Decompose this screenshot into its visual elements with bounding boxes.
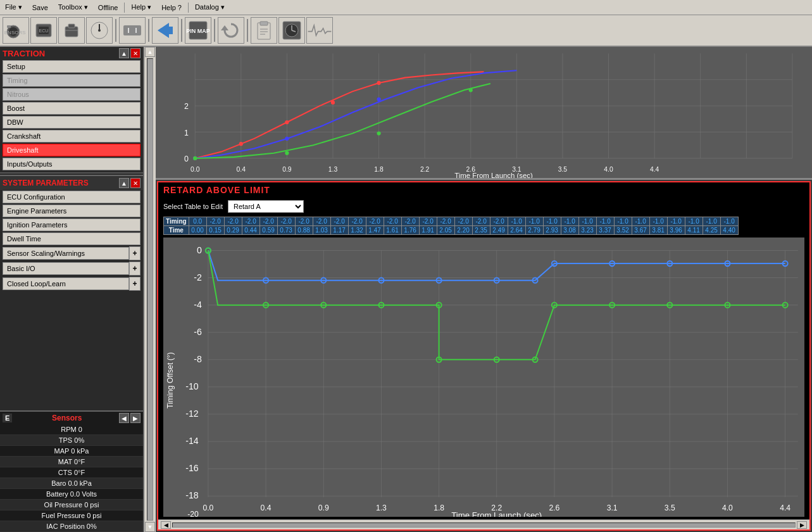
menu-file[interactable]: File ▾ [0,2,27,13]
sidebar-crankshaft-btn[interactable]: Crankshaft [3,130,141,142]
menu-help2[interactable]: Help ? [156,3,187,13]
toolbar-pinmap-btn[interactable]: PIN MAP [185,17,211,44]
menu-save[interactable]: Save [27,3,53,13]
time0[interactable]: 0.00 [189,226,206,235]
sidebar-nitrous-btn[interactable]: Nitrous [3,88,141,101]
vscroll-track[interactable] [147,58,153,521]
t17[interactable]: -2.0 [490,217,508,226]
t14[interactable]: -2.0 [437,217,454,226]
t0[interactable]: 0.0 [189,217,206,226]
basic-io-expand-btn[interactable]: + [129,262,141,276]
t13[interactable]: -2.0 [419,217,437,226]
time25[interactable]: 3.67 [632,226,649,235]
time6[interactable]: 0.88 [295,226,313,235]
t18[interactable]: -1.0 [508,217,525,226]
t21[interactable]: -1.0 [561,217,578,226]
time5[interactable]: 0.73 [277,226,295,235]
sys-params-minimize-btn[interactable]: ▲ [119,178,129,188]
vscroll-down-btn[interactable]: ▼ [145,522,155,532]
sidebar-basic-io-btn[interactable]: Basic I/O [3,262,129,275]
time19[interactable]: 2.79 [525,226,543,235]
t27[interactable]: -1.0 [667,217,685,226]
menu-toolbox[interactable]: Toolbox ▾ [53,2,93,13]
sidebar-dwell-time-btn[interactable]: Dwell Time [3,232,141,245]
toolbar-gauge-btn[interactable] [86,17,113,44]
hscroll-right-btn[interactable]: ▶ [797,521,807,529]
menu-help[interactable]: Help ▾ [126,2,156,13]
menu-datalog[interactable]: Datalog ▾ [190,2,230,13]
time24[interactable]: 3.52 [614,226,632,235]
t16[interactable]: -2.0 [472,217,490,226]
time22[interactable]: 3.23 [578,226,596,235]
t1[interactable]: -2.0 [206,217,224,226]
time13[interactable]: 1.91 [419,226,437,235]
t19[interactable]: -1.0 [525,217,543,226]
toolbar-clipboard-btn[interactable] [251,17,277,44]
time20[interactable]: 2.93 [543,226,561,235]
time26[interactable]: 3.81 [649,226,667,235]
sidebar-closed-loop-btn[interactable]: Closed Loop/Learn [3,277,129,290]
retard-table-select[interactable]: Retard A Retard B Retard C [228,200,304,213]
time21[interactable]: 3.08 [561,226,578,235]
time27[interactable]: 3.96 [667,226,685,235]
vscroll-up-btn[interactable]: ▲ [145,47,155,57]
hscroll-track[interactable] [172,522,796,528]
sidebar-sensor-scaling-btn[interactable]: Sensor Scaling/Warnings [3,247,129,260]
t8[interactable]: -2.0 [330,217,348,226]
toolbar-ecu-btn[interactable]: ECU [30,17,57,44]
t11[interactable]: -2.0 [384,217,401,226]
time18[interactable]: 2.64 [508,226,525,235]
t29[interactable]: -1.0 [703,217,720,226]
sensor-scaling-expand-btn[interactable]: + [129,246,141,260]
t20[interactable]: -1.0 [543,217,561,226]
closed-loop-expand-btn[interactable]: + [129,277,141,291]
time9[interactable]: 1.32 [348,226,366,235]
toolbar-arrow-btn[interactable] [152,17,178,44]
menu-offline[interactable]: Offline [93,3,123,13]
traction-close-btn[interactable]: ✕ [130,48,141,58]
time8[interactable]: 1.17 [330,226,348,235]
hscroll-left-btn[interactable]: ◀ [161,521,171,529]
t24[interactable]: -1.0 [614,217,632,226]
sidebar-inputs-outputs-btn[interactable]: Inputs/Outputs [3,158,141,170]
sidebar-timing-btn[interactable]: Timing [3,74,141,87]
sidebar-ecu-config-btn[interactable]: ECU Configuration [3,191,141,203]
time7[interactable]: 1.03 [313,226,330,235]
t2[interactable]: -2.0 [224,217,242,226]
t12[interactable]: -2.0 [401,217,419,226]
time4[interactable]: 0.59 [259,226,277,235]
time10[interactable]: 1.47 [366,226,384,235]
toolbar-sensor-btn[interactable]: SENSORS [3,17,29,44]
time23[interactable]: 3.37 [596,226,614,235]
t28[interactable]: -1.0 [685,217,703,226]
time30[interactable]: 4.40 [720,226,738,235]
t3[interactable]: -2.0 [242,217,259,226]
toolbar-clock-btn[interactable] [278,17,305,44]
time15[interactable]: 2.20 [454,226,472,235]
t22[interactable]: -1.0 [578,217,596,226]
time11[interactable]: 1.61 [384,226,401,235]
sys-params-close-btn[interactable]: ✕ [130,178,141,188]
t4[interactable]: -2.0 [259,217,277,226]
toolbar-toolbox-btn[interactable] [58,17,85,44]
time29[interactable]: 4.25 [703,226,720,235]
traction-minimize-btn[interactable]: ▲ [119,48,129,58]
time12[interactable]: 1.76 [401,226,419,235]
sensors-prev-btn[interactable]: ◀ [119,413,129,423]
t25[interactable]: -1.0 [632,217,649,226]
time16[interactable]: 2.35 [472,226,490,235]
t15[interactable]: -2.0 [454,217,472,226]
sidebar-dbw-btn[interactable]: DBW [3,116,141,129]
toolbar-ecg-btn[interactable] [306,17,333,44]
time2[interactable]: 0.29 [224,226,242,235]
t26[interactable]: -1.0 [649,217,667,226]
t30[interactable]: -1.0 [720,217,738,226]
sensors-next-btn[interactable]: ▶ [130,413,141,423]
sidebar-ignition-params-btn[interactable]: Ignition Parameters [3,218,141,231]
t9[interactable]: -2.0 [348,217,366,226]
sidebar-engine-params-btn[interactable]: Engine Parameters [3,205,141,217]
t23[interactable]: -1.0 [596,217,614,226]
sidebar-boost-btn[interactable]: Boost [3,102,141,115]
t5[interactable]: -2.0 [277,217,295,226]
t7[interactable]: -2.0 [313,217,330,226]
